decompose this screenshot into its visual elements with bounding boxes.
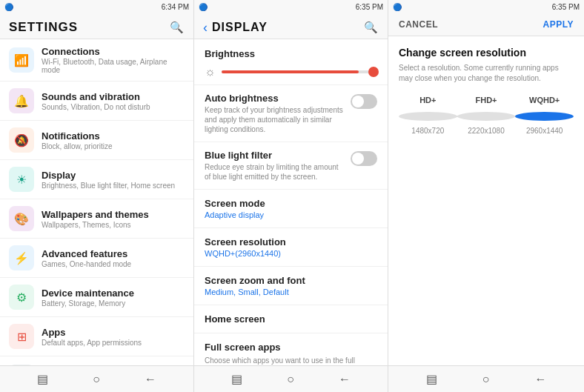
bt-icon-3: 🔵: [393, 3, 402, 11]
notifications-icon: 🔕: [9, 127, 34, 153]
apply-button[interactable]: APPLY: [543, 19, 574, 30]
settings-item-sounds[interactable]: 🔔 Sounds and vibration Sounds, Vibration…: [0, 82, 193, 121]
status-icons-left: 🔵: [4, 3, 162, 11]
blue-light-toggle[interactable]: [351, 151, 377, 166]
res-value-wqhd: 2960x1440: [515, 127, 574, 135]
settings-item-apps[interactable]: ⊞ Apps Default apps, App permissions: [0, 317, 193, 356]
display-header: ‹ DISPLAY 🔍: [194, 13, 388, 39]
cancel-button[interactable]: CANCEL: [399, 19, 438, 30]
wallpapers-label: Wallpapers and themes: [42, 209, 185, 220]
brightness-slider[interactable]: [222, 70, 377, 73]
screen-resolution-value: WQHD+(2960x1440): [205, 249, 377, 258]
advanced-text: Advanced features Games, One-handed mode: [42, 248, 185, 268]
nav-bar-3: ▤ ○ ←: [388, 365, 584, 392]
res-label-hd: HD+: [399, 96, 457, 104]
notifications-sublabel: Block, allow, prioritize: [42, 142, 185, 150]
wallpapers-sublabel: Wallpapers, Themes, Icons: [42, 221, 185, 229]
res-label-fhd: FHD+: [457, 96, 516, 104]
res-dot-hd[interactable]: [399, 112, 457, 121]
status-time-3: 6:35 PM: [552, 3, 580, 11]
resolution-content: Change screen resolution Select a resolu…: [388, 36, 584, 365]
status-bar-3: 🔵 6:35 PM: [388, 0, 584, 13]
apps-sublabel: Default apps, App permissions: [42, 339, 185, 347]
notifications-label: Notifications: [42, 130, 185, 142]
settings-item-advanced[interactable]: ⚡ Advanced features Games, One-handed mo…: [0, 239, 193, 278]
sounds-label: Sounds and vibration: [42, 91, 185, 102]
status-bar-2: 🔵 6:35 PM: [194, 0, 388, 13]
advanced-label: Advanced features: [42, 248, 185, 259]
resolution-title: Change screen resolution: [399, 47, 574, 59]
blue-light-text: Blue light filter Reduce eye strain by l…: [205, 150, 343, 182]
auto-brightness-label: Auto brightness: [205, 93, 343, 104]
auto-brightness-text: Auto brightness Keep track of your brigh…: [205, 93, 343, 134]
recent-apps-icon[interactable]: ▤: [37, 372, 48, 386]
brightness-thumb: [368, 67, 379, 77]
blue-light-label: Blue light filter: [205, 150, 343, 161]
settings-header: SETTINGS 🔍: [0, 13, 193, 39]
display-search-icon[interactable]: 🔍: [362, 19, 379, 36]
auto-brightness-row: Auto brightness Keep track of your brigh…: [194, 85, 388, 142]
screen-resolution-label: Screen resolution: [205, 236, 377, 248]
display-panel: 🔵 6:35 PM ‹ DISPLAY 🔍 Brightness ☼ Auto …: [194, 0, 388, 392]
res-label-wqhd: WQHD+: [515, 96, 574, 104]
auto-brightness-desc: Keep track of your brightness adjustment…: [205, 105, 343, 134]
full-screen-row[interactable]: Full screen apps Choose which apps you w…: [194, 333, 388, 365]
res-dot-wqhd[interactable]: [515, 112, 574, 121]
sounds-sublabel: Sounds, Vibration, Do not disturb: [42, 103, 185, 111]
connections-icon: 📶: [9, 47, 34, 73]
display-back-btn[interactable]: ‹: [203, 20, 208, 36]
maintenance-icon: ⚙: [9, 285, 34, 310]
screen-resolution-row[interactable]: Screen resolution WQHD+(2960x1440): [194, 228, 388, 267]
back-icon[interactable]: ←: [145, 373, 156, 386]
blue-light-desc: Reduce eye strain by limiting the amount…: [205, 162, 343, 182]
status-bar-1: 🔵 6:34 PM: [0, 0, 193, 13]
settings-item-notifications[interactable]: 🔕 Notifications Block, allow, prioritize: [0, 121, 193, 160]
display-icon: ☀: [9, 167, 34, 192]
status-icons-left-3: 🔵: [393, 3, 552, 11]
brightness-section: Brightness ☼: [194, 39, 388, 85]
settings-item-display[interactable]: ☀ Display Brightness, Blue light filter,…: [0, 160, 193, 199]
settings-item-wallpapers[interactable]: 🎨 Wallpapers and themes Wallpapers, Them…: [0, 199, 193, 239]
notifications-text: Notifications Block, allow, prioritize: [42, 130, 185, 150]
nav-bar-1: ▤ ○ ←: [0, 365, 193, 392]
settings-panel: 🔵 6:34 PM SETTINGS 🔍 📶 Connections Wi-Fi…: [0, 0, 194, 392]
auto-brightness-toggle[interactable]: [351, 94, 377, 109]
home-icon-3[interactable]: ○: [482, 373, 490, 386]
screen-zoom-value: Medium, Small, Default: [205, 288, 377, 296]
resolution-header-row: HD+ FHD+ WQHD+: [399, 96, 574, 104]
screen-mode-value: Adaptive display: [205, 210, 377, 219]
screen-zoom-label: Screen zoom and font: [205, 275, 377, 286]
res-dot-fhd[interactable]: [457, 112, 516, 121]
settings-item-connections[interactable]: 📶 Connections Wi-Fi, Bluetooth, Data usa…: [0, 39, 193, 82]
back-icon-2[interactable]: ←: [339, 373, 351, 386]
resolution-desc: Select a resolution. Some currently runn…: [399, 63, 574, 84]
settings-item-maintenance[interactable]: ⚙ Device maintenance Battery, Storage, M…: [0, 278, 193, 317]
recent-apps-icon-2[interactable]: ▤: [231, 372, 242, 386]
screen-mode-row[interactable]: Screen mode Adaptive display: [194, 190, 388, 228]
maintenance-sublabel: Battery, Storage, Memory: [42, 299, 185, 308]
screen-zoom-row[interactable]: Screen zoom and font Medium, Small, Defa…: [194, 267, 388, 305]
res-value-hd: 1480x720: [399, 127, 457, 135]
apps-icon: ⊞: [9, 324, 34, 349]
settings-item-lockscreen[interactable]: 🔒 Lock screen and security Lock screen, …: [0, 356, 193, 365]
search-icon[interactable]: 🔍: [168, 19, 185, 36]
connections-label: Connections: [42, 46, 185, 57]
display-list: Brightness ☼ Auto brightness Keep track …: [194, 39, 388, 365]
back-icon-3[interactable]: ←: [534, 373, 546, 386]
recent-apps-icon-3[interactable]: ▤: [426, 372, 437, 386]
home-icon-2[interactable]: ○: [287, 373, 294, 386]
resolution-panel: 🔵 6:35 PM CANCEL APPLY Change screen res…: [388, 0, 584, 392]
home-screen-label: Home screen: [205, 313, 377, 325]
brightness-low-icon: ☼: [205, 65, 216, 79]
home-screen-row[interactable]: Home screen: [194, 305, 388, 333]
brightness-fill: [222, 70, 359, 73]
wallpapers-text: Wallpapers and themes Wallpapers, Themes…: [42, 209, 185, 229]
connections-text: Connections Wi-Fi, Bluetooth, Data usage…: [42, 46, 185, 74]
brightness-title: Brightness: [205, 48, 377, 59]
brightness-row: ☼: [205, 65, 377, 79]
settings-list: 📶 Connections Wi-Fi, Bluetooth, Data usa…: [0, 39, 193, 365]
bt-icon: 🔵: [4, 3, 13, 11]
home-icon[interactable]: ○: [93, 373, 100, 386]
display-label: Display: [42, 170, 185, 181]
resolution-header: CANCEL APPLY: [388, 13, 584, 36]
